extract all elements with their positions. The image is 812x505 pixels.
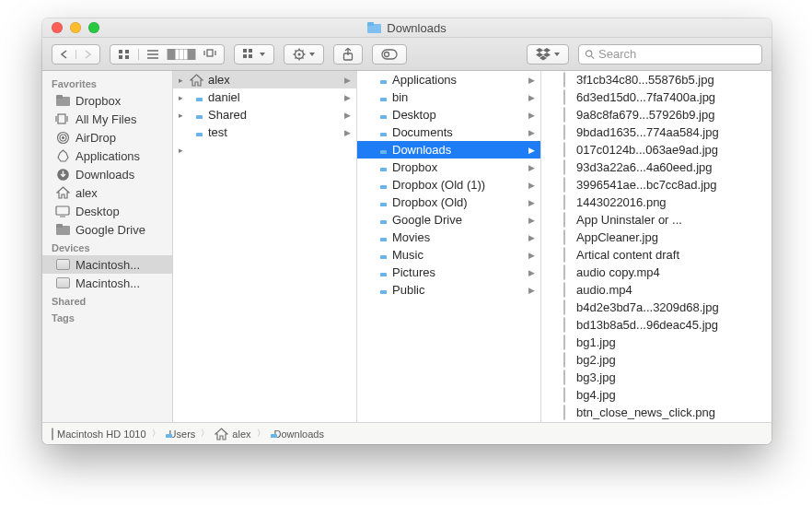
column-row[interactable]: bin▶ — [357, 88, 540, 106]
window-title: Downloads — [42, 21, 771, 35]
column-row[interactable]: ▸alex▶ — [173, 71, 356, 88]
column-row[interactable]: Music▶ — [357, 246, 540, 264]
view-column-button[interactable] — [167, 49, 195, 60]
forward-button[interactable] — [75, 50, 99, 59]
column-overflow[interactable]: ▸ — [173, 141, 356, 159]
column-row[interactable]: 1443022016.png — [541, 194, 771, 211]
column-row[interactable]: Applications▶ — [357, 71, 540, 88]
airdrop-icon — [55, 130, 70, 145]
column-row[interactable]: Downloads▶ — [357, 141, 540, 159]
column-row[interactable]: bg1.jpg — [541, 334, 771, 351]
path-bar: Macintosh HD 1010〉Users〉alex〉Downloads — [42, 422, 771, 444]
column-row[interactable]: bg4.jpg — [541, 386, 771, 404]
column-row[interactable]: Google Drive▶ — [357, 211, 540, 229]
row-label: 017c0124b...063ae9ad.jpg — [576, 143, 766, 157]
chevron-right-icon: ▶ — [528, 163, 535, 172]
column-row[interactable]: ▸Shared▶ — [173, 106, 356, 123]
sidebar-item-label: Dropbox — [75, 94, 121, 108]
sidebar-item-label: Macintosh... — [75, 276, 140, 290]
row-label: test — [208, 125, 340, 139]
search-field[interactable] — [578, 44, 762, 65]
svg-rect-16 — [249, 54, 252, 58]
close-window-button[interactable] — [52, 22, 63, 33]
path-separator-icon: 〉 — [150, 428, 162, 440]
share-button[interactable] — [333, 44, 363, 65]
column-row[interactable]: Movies▶ — [357, 229, 540, 246]
column-row[interactable]: ▸daniel▶ — [173, 88, 356, 106]
column-row[interactable]: 93d3a22a6...4a60eed.jpg — [541, 159, 771, 176]
svg-rect-10 — [207, 50, 213, 56]
column-row[interactable]: 017c0124b...063ae9ad.jpg — [541, 141, 771, 159]
sidebar-item[interactable]: Macintosh... — [42, 255, 172, 274]
sidebar-item[interactable]: Google Drive — [42, 220, 172, 239]
column-row[interactable]: 3996541ae...bc7cc8ad.jpg — [541, 176, 771, 194]
column-row[interactable]: App Uninstaler or ... — [541, 211, 771, 229]
tags-button[interactable] — [372, 44, 407, 65]
sidebar-item-label: alex — [75, 186, 98, 200]
action-button[interactable] — [284, 44, 324, 65]
column-row[interactable]: Dropbox (Old)▶ — [357, 194, 540, 211]
column-row[interactable]: test▶ — [173, 123, 356, 141]
column-row[interactable]: bg3.jpg — [541, 369, 771, 386]
path-segment[interactable]: Downloads — [271, 429, 324, 440]
column-row[interactable]: 9bdad1635...774aa584.jpg — [541, 123, 771, 141]
column-0[interactable]: ▸alex▶▸daniel▶▸Shared▶test▶▸ — [173, 71, 357, 422]
column-row[interactable]: audio.mp4 — [541, 281, 771, 299]
sidebar-item[interactable]: alex — [42, 183, 172, 202]
column-row[interactable]: bd13b8a5d...96deac45.jpg — [541, 316, 771, 334]
column-row[interactable]: Dropbox▶ — [357, 159, 540, 176]
path-segment[interactable]: Macintosh HD 1010 — [52, 429, 146, 440]
sidebar-item[interactable]: AirDrop — [42, 128, 172, 147]
back-button[interactable] — [52, 50, 75, 59]
path-segment[interactable]: Users — [166, 429, 196, 440]
chevron-right-icon: ▶ — [528, 146, 535, 155]
hdd-icon — [52, 429, 53, 440]
column-row[interactable]: Documents▶ — [357, 123, 540, 141]
svg-point-18 — [298, 53, 301, 55]
view-coverflow-button[interactable] — [195, 49, 224, 60]
column-row[interactable]: Dropbox (Old (1))▶ — [357, 176, 540, 194]
sidebar-item[interactable]: Downloads — [42, 165, 172, 183]
view-list-button[interactable] — [138, 49, 167, 60]
column-row[interactable]: 9a8c8fa679...57926b9.jpg — [541, 106, 771, 123]
svg-marker-30 — [536, 48, 543, 53]
sidebar-item[interactable]: Applications — [42, 147, 172, 165]
view-icon-button[interactable] — [110, 49, 138, 60]
column-row[interactable]: audio copy.mp4 — [541, 264, 771, 281]
row-label: bg4.jpg — [576, 388, 766, 402]
folder-gray-icon — [55, 93, 70, 108]
column-row[interactable]: btn_close_news_click.png — [541, 404, 771, 421]
dropbox-button[interactable] — [527, 44, 569, 65]
column-row[interactable]: 3f1cb34c80...55876b5.jpg — [541, 71, 771, 88]
zoom-window-button[interactable] — [88, 22, 99, 33]
column-1[interactable]: Applications▶bin▶Desktop▶Documents▶Downl… — [357, 71, 541, 422]
path-segment[interactable]: alex — [215, 428, 250, 440]
row-label: Applications — [392, 73, 524, 87]
sidebar-item[interactable]: Desktop — [42, 202, 172, 220]
search-input[interactable] — [598, 47, 756, 61]
column-row[interactable]: 6d3ed15d0...7fa7400a.jpg — [541, 88, 771, 106]
row-label: audio copy.mp4 — [576, 265, 766, 279]
column-row[interactable]: Public▶ — [357, 281, 540, 299]
minimize-window-button[interactable] — [70, 22, 81, 33]
image-icon — [563, 405, 565, 419]
column-row[interactable]: Pictures▶ — [357, 264, 540, 281]
arrange-button[interactable] — [234, 44, 274, 65]
svg-marker-33 — [543, 53, 551, 57]
svg-line-23 — [295, 50, 296, 51]
column-row[interactable]: b4d2e3bd7a...3209d68.jpg — [541, 299, 771, 316]
column-row[interactable]: bg2.jpg — [541, 351, 771, 369]
row-label: Desktop — [392, 108, 524, 122]
sidebar-item[interactable]: Dropbox — [42, 91, 172, 110]
column-row[interactable]: AppCleaner.jpg — [541, 229, 771, 246]
column-row[interactable]: Artical content draft — [541, 246, 771, 264]
column-2[interactable]: 3f1cb34c80...55876b5.jpg6d3ed15d0...7fa7… — [541, 71, 771, 422]
sidebar-item[interactable]: All My Files — [42, 110, 172, 128]
sidebar-item[interactable]: Macintosh... — [42, 274, 172, 292]
row-label: alex — [208, 73, 340, 87]
svg-line-24 — [302, 57, 303, 58]
column-row[interactable]: Desktop▶ — [357, 106, 540, 123]
row-label: Movies — [392, 230, 524, 244]
image-icon — [563, 73, 565, 87]
svg-rect-0 — [119, 50, 122, 53]
